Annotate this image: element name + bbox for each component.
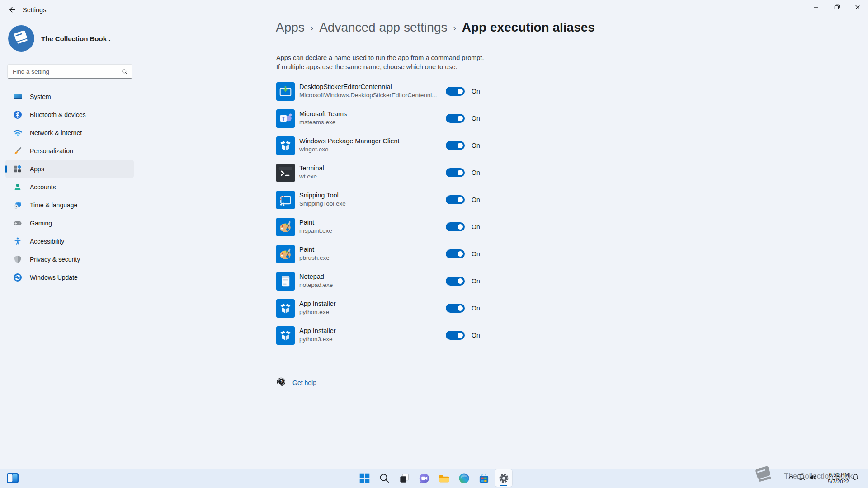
chevron-right-icon: › xyxy=(311,23,313,33)
alias-toggle[interactable] xyxy=(446,331,465,340)
minimize-button[interactable] xyxy=(806,0,826,15)
restore-button[interactable] xyxy=(826,0,847,15)
account-name: The Collection Book . xyxy=(41,35,110,42)
taskbar-start-button[interactable] xyxy=(356,469,373,487)
system-icon xyxy=(13,92,22,101)
alias-toggle[interactable] xyxy=(446,87,465,96)
toggle-state-label: On xyxy=(472,304,480,313)
alias-row: App Installer python3.exe On xyxy=(276,326,493,353)
terminal-icon xyxy=(276,164,295,182)
alias-name: Windows Package Manager Client xyxy=(299,137,400,145)
alias-toggle[interactable] xyxy=(446,141,465,150)
toggle-knob xyxy=(458,116,463,121)
taskbar-store-button[interactable] xyxy=(475,469,492,487)
alias-exe: python3.exe xyxy=(299,335,336,343)
sidebar-item-network[interactable]: Network & internet xyxy=(5,124,134,142)
toggle-knob xyxy=(458,170,463,175)
alias-name: Notepad xyxy=(299,272,333,281)
network-tray-icon[interactable] xyxy=(797,474,805,481)
sidebar-item-personalization[interactable]: Personalization xyxy=(5,142,134,160)
package-icon xyxy=(276,326,295,345)
sticker-icon xyxy=(276,82,295,101)
edge-icon xyxy=(458,473,470,484)
chat-icon xyxy=(419,473,430,484)
breadcrumb-apps[interactable]: Apps xyxy=(276,20,305,35)
teams-icon: T xyxy=(276,109,295,128)
alias-name: App Installer xyxy=(299,327,336,335)
get-help-link[interactable]: ? Get help xyxy=(277,377,316,388)
tray-clock[interactable]: 6:51 PM 5/7/2022 xyxy=(828,472,849,485)
toggle-knob xyxy=(458,305,463,311)
start-icon xyxy=(359,473,370,484)
alias-exe: notepad.exe xyxy=(299,281,333,289)
alias-row: Terminal wt.exe On xyxy=(276,164,493,191)
alias-toggle[interactable] xyxy=(446,168,465,177)
sidebar-item-update[interactable]: Windows Update xyxy=(5,268,134,286)
snipping-icon xyxy=(276,191,295,209)
toggle-state-label: On xyxy=(472,114,480,123)
bell-icon[interactable] xyxy=(852,474,859,481)
bluetooth-icon xyxy=(13,110,22,119)
volume-icon[interactable] xyxy=(809,474,817,481)
taskbar-settings-button[interactable] xyxy=(495,469,512,487)
svg-text:T: T xyxy=(282,116,285,122)
widgets-button[interactable] xyxy=(6,473,19,483)
sidebar-item-gaming[interactable]: Gaming xyxy=(5,214,134,232)
taskbar-task-view-button[interactable] xyxy=(396,469,413,487)
toggle-knob xyxy=(458,251,463,257)
paint-icon xyxy=(276,245,295,263)
tray-chevron-up-icon[interactable] xyxy=(788,474,794,481)
find-a-setting-input[interactable] xyxy=(8,65,132,78)
alias-exe: wt.exe xyxy=(299,173,324,181)
alias-row: Paint pbrush.exe On xyxy=(276,245,493,272)
sidebar-item-bluetooth[interactable]: Bluetooth & devices xyxy=(5,106,134,124)
time-icon xyxy=(13,201,22,210)
taskbar-file-explorer-button[interactable] xyxy=(435,469,453,487)
alias-exe: mspaint.exe xyxy=(299,227,332,235)
toggle-state-label: On xyxy=(472,87,480,96)
sidebar-item-accessibility[interactable]: Accessibility xyxy=(5,232,134,250)
back-button[interactable] xyxy=(5,4,19,17)
settings-icon xyxy=(498,473,509,484)
breadcrumb-advanced-app-settings[interactable]: Advanced app settings xyxy=(319,20,447,35)
alias-toggle[interactable] xyxy=(446,249,465,258)
window-title: Settings xyxy=(23,0,46,20)
alias-name: DesktopStickerEditorCentennial xyxy=(299,83,437,91)
sidebar-nav: System Bluetooth & devices Network & int… xyxy=(5,88,134,286)
alias-row: Notepad notepad.exe On xyxy=(276,272,493,299)
taskbar-search-button[interactable] xyxy=(376,469,393,487)
taskbar-edge-button[interactable] xyxy=(455,469,472,487)
accessibility-icon xyxy=(13,237,22,246)
toggle-knob xyxy=(458,224,463,230)
back-arrow-icon xyxy=(8,6,16,15)
alias-name: Terminal xyxy=(299,164,324,173)
alias-toggle[interactable] xyxy=(446,277,465,286)
alias-toggle[interactable] xyxy=(446,114,465,123)
personalization-icon xyxy=(13,146,22,155)
task-view-icon xyxy=(399,473,410,484)
tray-time: 6:51 PM xyxy=(828,472,849,479)
sidebar-item-privacy[interactable]: Privacy & security xyxy=(5,250,134,268)
close-button[interactable] xyxy=(847,0,868,15)
search-box xyxy=(7,64,132,79)
taskbar-chat-button[interactable] xyxy=(415,469,433,487)
sidebar-item-accounts[interactable]: Accounts xyxy=(5,178,134,196)
toggle-state-label: On xyxy=(472,277,480,286)
alias-row: Snipping Tool SnippingTool.exe On xyxy=(276,191,493,218)
description-line: If multiple apps use the same name, choo… xyxy=(276,63,484,72)
alias-exe: MicrosoftWindows.DesktopStickerEditorCen… xyxy=(299,91,437,99)
sidebar-item-system[interactable]: System xyxy=(5,88,134,106)
alias-toggle[interactable] xyxy=(446,222,465,231)
alias-name: Paint xyxy=(299,218,332,227)
alias-toggle[interactable] xyxy=(446,304,465,313)
alias-toggle[interactable] xyxy=(446,195,465,204)
alias-row: Paint mspaint.exe On xyxy=(276,218,493,245)
sidebar-item-time[interactable]: Time & language xyxy=(5,196,134,214)
sidebar-item-apps[interactable]: Apps xyxy=(5,160,134,178)
alias-name: Paint xyxy=(299,245,330,254)
account-profile[interactable]: The Collection Book . xyxy=(8,25,110,52)
accounts-icon xyxy=(13,183,22,192)
toggle-knob xyxy=(458,333,463,338)
get-help-icon: ? xyxy=(277,377,286,388)
svg-text:?: ? xyxy=(280,380,283,384)
